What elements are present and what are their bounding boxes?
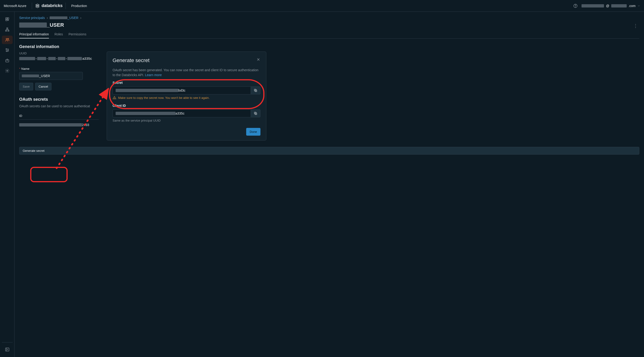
brand-azure: Microsoft Azure xyxy=(4,4,26,8)
redacted-text xyxy=(116,112,176,115)
close-icon[interactable] xyxy=(256,57,260,62)
sidebar-item-config[interactable] xyxy=(2,46,13,54)
svg-point-8 xyxy=(6,39,7,40)
general-heading: General information xyxy=(19,44,639,49)
table-row: 2493 xyxy=(19,120,99,130)
svg-rect-5 xyxy=(6,28,8,29)
redacted-text xyxy=(19,123,82,127)
svg-rect-13 xyxy=(6,60,9,62)
client-id-field: a335c xyxy=(112,109,260,117)
redacted-text xyxy=(50,17,68,19)
redacted-text xyxy=(58,57,65,60)
sidebar-item-users[interactable] xyxy=(2,36,13,44)
cancel-button[interactable]: Cancel xyxy=(35,83,52,90)
modal-description: OAuth secret has been generated. You can… xyxy=(112,68,260,78)
sidebar-item-previews[interactable] xyxy=(2,56,13,65)
learn-more-link[interactable]: Learn more xyxy=(145,73,162,77)
save-button[interactable]: Save xyxy=(19,83,33,90)
chevron-right-icon: › xyxy=(47,16,48,20)
tab-permissions[interactable]: Permissions xyxy=(68,31,86,39)
redacted-text xyxy=(116,89,178,92)
databricks-logo-icon xyxy=(35,3,40,9)
tab-principal-information[interactable]: Principal information xyxy=(19,31,49,39)
oauth-secrets-table: ID 2493 xyxy=(19,112,99,130)
generate-secret-button[interactable]: Generate secret xyxy=(19,147,639,155)
sidebar-item-structure[interactable] xyxy=(2,25,13,34)
divider xyxy=(32,3,32,9)
sidebar-item-collapse[interactable] xyxy=(2,345,13,354)
client-id-value[interactable]: a335c xyxy=(112,109,251,117)
svg-rect-3 xyxy=(7,18,9,19)
secret-warning: Make sure to copy the secret now. You wo… xyxy=(112,96,260,100)
client-id-hint: Same as the service principal UUID xyxy=(112,119,260,122)
secret-value[interactable]: bd3c xyxy=(112,87,251,94)
svg-point-9 xyxy=(8,39,9,39)
breadcrumb-root[interactable]: Service principals xyxy=(19,16,45,20)
chevron-down-icon xyxy=(638,5,640,7)
divider xyxy=(66,3,66,9)
warning-icon xyxy=(112,96,116,100)
generate-secret-modal: Generate secret OAuth secret has been ge… xyxy=(107,52,266,141)
copy-client-id-button[interactable] xyxy=(251,109,260,117)
email-at: @ xyxy=(606,4,609,8)
tab-roles[interactable]: Roles xyxy=(54,31,63,39)
redacted-text xyxy=(48,57,56,60)
chevron-right-icon: › xyxy=(80,16,82,20)
user-menu[interactable]: @ .com xyxy=(582,4,640,8)
svg-rect-7 xyxy=(8,30,9,31)
redacted-text xyxy=(68,57,82,60)
modal-title: Generate secret xyxy=(112,57,150,64)
svg-rect-4 xyxy=(6,20,7,21)
svg-point-10 xyxy=(6,49,6,49)
col-id: ID xyxy=(19,112,99,120)
divider xyxy=(2,342,13,342)
svg-point-14 xyxy=(6,70,8,72)
sidebar xyxy=(0,12,14,357)
brand-databricks-text: databricks xyxy=(42,3,62,8)
client-id-label: Client ID xyxy=(112,104,260,108)
brand-databricks: databricks xyxy=(35,3,62,9)
redacted-text xyxy=(22,75,39,77)
sidebar-item-settings[interactable] xyxy=(2,67,13,75)
redacted-text xyxy=(611,4,627,8)
tabs: Principal information Roles Permissions xyxy=(19,31,639,39)
redacted-text xyxy=(19,23,47,28)
svg-point-12 xyxy=(6,51,7,52)
copy-icon xyxy=(254,112,258,115)
svg-point-18 xyxy=(114,98,114,99)
kebab-menu-icon[interactable]: ⋮ xyxy=(632,22,639,30)
page-title: _USER xyxy=(19,22,64,28)
sidebar-item-workspaces[interactable] xyxy=(2,15,13,24)
redacted-text xyxy=(19,57,35,60)
svg-rect-6 xyxy=(6,30,6,31)
help-icon[interactable] xyxy=(573,4,578,8)
main-content: Service principals › _USER › _USER ⋮ Pri… xyxy=(14,12,644,357)
email-domain-tail: .com xyxy=(628,4,636,8)
secret-field: bd3c xyxy=(112,87,260,94)
svg-rect-2 xyxy=(6,18,7,19)
secret-label: Secret xyxy=(112,81,260,85)
svg-point-11 xyxy=(8,50,8,50)
copy-secret-button[interactable] xyxy=(251,87,260,94)
name-input[interactable]: _USER xyxy=(19,72,83,80)
copy-icon xyxy=(254,89,258,92)
environment-label: Production xyxy=(71,4,87,8)
breadcrumb-current[interactable]: _USER xyxy=(50,16,78,20)
redacted-text xyxy=(37,57,46,60)
svg-point-1 xyxy=(576,7,576,7)
secret-id-tail: 2493 xyxy=(82,123,89,127)
redacted-text xyxy=(582,4,604,8)
top-header: Microsoft Azure databricks Production @ … xyxy=(0,0,644,12)
done-button[interactable]: Done xyxy=(246,128,260,136)
required-star-icon: * xyxy=(19,67,20,71)
annotation-highlight xyxy=(30,167,68,182)
breadcrumb: Service principals › _USER › xyxy=(19,16,639,20)
